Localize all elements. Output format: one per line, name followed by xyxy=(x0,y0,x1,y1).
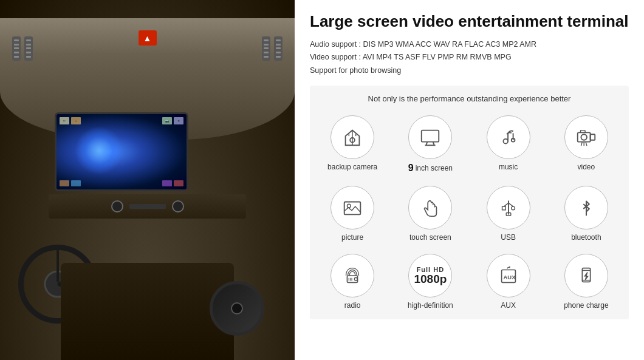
backup-camera-label: backup camera xyxy=(327,163,377,171)
video-spec: Video support : AVI MP4 TS ASF FLV PMP R… xyxy=(310,51,629,64)
phone-charge-label: phone charge xyxy=(564,301,608,310)
photo-spec: Support for photo browsing xyxy=(310,64,629,77)
video-label: video xyxy=(578,163,595,171)
bluetooth-label: bluetooth xyxy=(571,233,601,242)
feature-aux: AUX AUX xyxy=(472,250,545,313)
features-box: Not only is the performance outstanding … xyxy=(310,86,629,319)
svg-rect-16 xyxy=(344,202,361,214)
radio-icon-circle xyxy=(331,254,374,297)
music-label: music xyxy=(499,163,518,171)
aux-icon-circle: AUX xyxy=(487,254,530,297)
fullhd-badge: Full HD 1080p xyxy=(414,266,447,285)
svg-rect-21 xyxy=(502,206,505,210)
svg-rect-1 xyxy=(422,131,439,142)
video-icon-circle xyxy=(564,115,608,159)
feature-bluetooth: bluetooth xyxy=(550,182,623,245)
page-title: Large screen video entertainment termina… xyxy=(310,12,629,31)
features-grid: backup camera 9 inch screen xyxy=(316,112,623,313)
feature-touch-screen: touch screen xyxy=(394,182,467,245)
svg-line-12 xyxy=(581,142,582,146)
bluetooth-icon-circle xyxy=(564,186,608,229)
svg-rect-15 xyxy=(591,134,595,140)
usb-label: USB xyxy=(501,233,516,242)
right-panel: Large screen video entertainment termina… xyxy=(295,0,644,360)
features-subtitle: Not only is the performance outstanding … xyxy=(316,94,623,103)
car-screen: ✂ ♪ 📷 ✕ xyxy=(55,112,188,191)
feature-backup-camera: backup camera xyxy=(316,112,389,177)
svg-point-22 xyxy=(511,206,515,210)
audio-spec: Audio support : DIS MP3 WMA ACC WAV RA F… xyxy=(310,38,629,51)
inch-screen-number: 9 xyxy=(408,163,414,174)
phone-charge-icon-circle xyxy=(564,254,608,297)
usb-icon-circle xyxy=(487,186,530,229)
svg-line-20 xyxy=(509,203,513,206)
svg-line-19 xyxy=(504,203,509,206)
high-def-label: high-definition xyxy=(408,301,453,310)
svg-point-10 xyxy=(581,134,587,140)
svg-point-29 xyxy=(354,277,357,280)
feature-video: video xyxy=(550,112,623,177)
high-def-icon-circle: Full HD 1080p xyxy=(408,254,452,297)
music-icon-circle xyxy=(487,115,530,159)
aux-label: AUX xyxy=(501,301,516,310)
svg-text:AUX: AUX xyxy=(503,274,516,280)
picture-icon-circle xyxy=(331,186,374,229)
picture-label: picture xyxy=(341,233,363,242)
specs-section: Audio support : DIS MP3 WMA ACC WAV RA F… xyxy=(310,38,629,77)
feature-usb: USB xyxy=(472,182,545,245)
car-image-panel: ▲ ✂ ♪ xyxy=(0,0,295,360)
inch-screen-label: inch screen xyxy=(416,164,453,172)
backup-camera-icon-circle xyxy=(331,115,374,159)
svg-rect-11 xyxy=(580,131,585,133)
svg-line-13 xyxy=(586,142,587,146)
feature-high-def: Full HD 1080p high-definition xyxy=(394,250,467,313)
feature-inch-screen: 9 inch screen xyxy=(394,112,467,177)
feature-picture: picture xyxy=(316,182,389,245)
touch-screen-label: touch screen xyxy=(409,233,451,242)
feature-phone-charge: phone charge xyxy=(550,250,623,313)
radio-label: radio xyxy=(344,301,361,310)
svg-point-5 xyxy=(503,139,508,144)
feature-radio: radio xyxy=(316,250,389,313)
inch-screen-icon-circle xyxy=(408,115,452,159)
feature-music: music xyxy=(472,112,545,177)
svg-point-17 xyxy=(348,204,351,208)
inch-screen-label-row: 9 inch screen xyxy=(408,163,453,174)
touch-screen-icon-circle xyxy=(408,186,452,229)
